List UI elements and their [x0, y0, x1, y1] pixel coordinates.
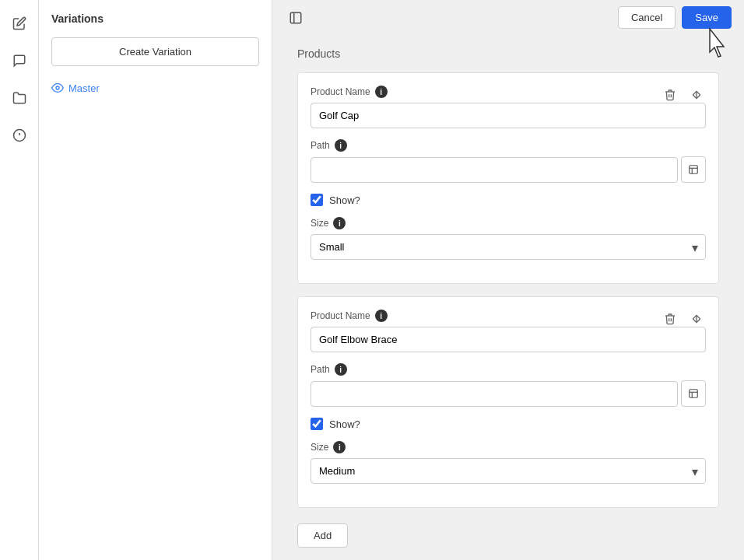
- product-name-input-2[interactable]: [311, 327, 706, 352]
- size-field-1: Size i Small Medium Large XL ▾: [311, 217, 706, 260]
- edit-icon[interactable]: [9, 12, 30, 34]
- size-label-row-2: Size i: [311, 441, 706, 453]
- show-checkbox-2[interactable]: [311, 418, 323, 430]
- show-label-1: Show?: [329, 194, 360, 206]
- product-name-info-icon-2[interactable]: i: [375, 310, 388, 322]
- show-row-2: Show?: [311, 418, 706, 430]
- card-2-actions: [659, 308, 707, 330]
- size-info-icon-1[interactable]: i: [333, 217, 346, 229]
- delete-product-2-button[interactable]: [659, 308, 681, 330]
- size-select-1[interactable]: Small Medium Large XL: [311, 234, 706, 260]
- product-name-field-1: Product Name i: [311, 86, 706, 128]
- svg-rect-9: [690, 390, 698, 398]
- path-browse-button-2[interactable]: [681, 380, 706, 407]
- show-label-2: Show?: [329, 418, 360, 430]
- comment-icon[interactable]: [9, 50, 30, 72]
- size-label-2: Size: [311, 442, 328, 453]
- size-select-wrapper-1: Small Medium Large XL ▾: [311, 234, 706, 260]
- product-name-label-1: Product Name: [311, 86, 370, 97]
- folder-icon[interactable]: [9, 87, 30, 109]
- svg-rect-4: [290, 12, 301, 23]
- product-name-label-row-1: Product Name i: [311, 86, 706, 98]
- product-name-label-row-2: Product Name i: [311, 310, 706, 322]
- product-name-info-icon-1[interactable]: i: [375, 86, 388, 98]
- eye-icon: [51, 82, 64, 94]
- sidebar: Variations Create Variation Master: [39, 0, 272, 560]
- product-card-2: Product Name i Path i: [297, 296, 719, 508]
- path-info-icon-2[interactable]: i: [335, 363, 347, 376]
- show-checkbox-1[interactable]: [311, 194, 323, 206]
- cancel-button[interactable]: Cancel: [618, 6, 676, 29]
- info-sidebar-icon[interactable]: [9, 124, 30, 146]
- create-variation-button[interactable]: Create Variation: [51, 37, 259, 66]
- path-row-2: [311, 380, 706, 407]
- toolbar-right: Cancel Save: [618, 6, 732, 29]
- path-label-2: Path: [311, 364, 330, 375]
- path-info-icon-1[interactable]: i: [335, 139, 347, 152]
- top-toolbar: Cancel Save: [272, 0, 744, 35]
- svg-rect-7: [690, 166, 698, 174]
- size-select-wrapper-2: Small Medium Large XL ▾: [311, 458, 706, 484]
- card-1-actions: [659, 84, 707, 106]
- sidebar-title: Variations: [51, 12, 259, 25]
- size-info-icon-2[interactable]: i: [333, 441, 346, 453]
- path-label-1: Path: [311, 140, 330, 151]
- svg-point-3: [56, 86, 59, 89]
- path-input-2[interactable]: [311, 381, 678, 407]
- product-card-1: Product Name i Path i: [297, 72, 719, 284]
- path-label-row-1: Path i: [311, 139, 706, 152]
- path-row-1: [311, 156, 706, 183]
- toolbar-left: [285, 7, 307, 29]
- delete-product-1-button[interactable]: [659, 84, 681, 106]
- master-link[interactable]: Master: [51, 79, 259, 97]
- size-label-1: Size: [311, 218, 328, 229]
- add-button[interactable]: Add: [297, 523, 348, 548]
- products-panel: Products: [272, 35, 744, 560]
- product-name-label-2: Product Name: [311, 310, 370, 321]
- icon-bar: [0, 0, 39, 560]
- reorder-product-2-button[interactable]: [686, 308, 707, 330]
- save-button[interactable]: Save: [682, 6, 732, 29]
- product-name-input-1[interactable]: [311, 103, 706, 128]
- master-label: Master: [68, 82, 100, 94]
- reorder-product-1-button[interactable]: [686, 84, 707, 106]
- products-title: Products: [297, 47, 719, 60]
- size-field-2: Size i Small Medium Large XL ▾: [311, 441, 706, 484]
- size-label-row-1: Size i: [311, 217, 706, 229]
- path-label-row-2: Path i: [311, 363, 706, 376]
- show-row-1: Show?: [311, 194, 706, 206]
- size-select-2[interactable]: Small Medium Large XL: [311, 458, 706, 484]
- path-input-1[interactable]: [311, 157, 678, 183]
- path-field-1: Path i: [311, 139, 706, 183]
- product-name-field-2: Product Name i: [311, 310, 706, 352]
- path-browse-button-1[interactable]: [681, 156, 706, 183]
- panel-icon[interactable]: [285, 7, 307, 29]
- main-content: Cancel Save Products: [272, 0, 744, 560]
- path-field-2: Path i: [311, 363, 706, 407]
